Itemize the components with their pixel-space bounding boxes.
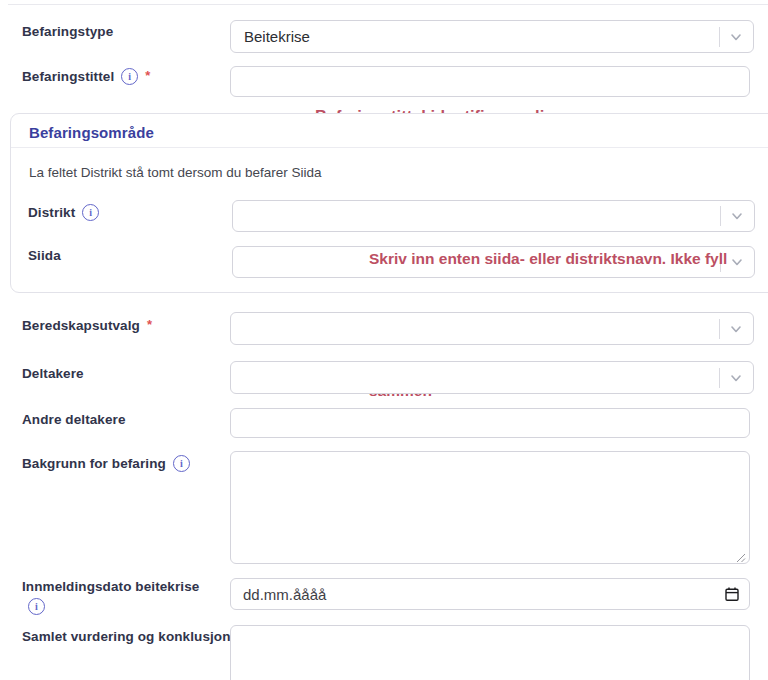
select-separator	[720, 206, 721, 226]
befaringstittel-label: Befaringstittel *	[22, 68, 150, 85]
distrikt-label-text: Distrikt	[28, 205, 75, 220]
siida-select[interactable]	[232, 246, 755, 278]
section-divider	[11, 147, 768, 148]
andre-deltakere-label: Andre deltakere	[22, 412, 126, 427]
beredskapsutvalg-label-text: Beredskapsutvalg	[22, 318, 140, 333]
distrikt-hint-text: La feltet Distrikt stå tomt dersom du be…	[29, 165, 322, 180]
andre-deltakere-label-text: Andre deltakere	[22, 412, 126, 427]
samlet-vurdering-textarea[interactable]	[230, 625, 750, 680]
deltakere-label: Deltakere	[22, 366, 84, 381]
select-separator	[719, 27, 720, 47]
calendar-icon[interactable]	[723, 585, 741, 603]
info-icon[interactable]	[173, 455, 190, 472]
chevron-down-icon	[728, 29, 744, 45]
deltakere-select[interactable]	[230, 361, 754, 394]
samlet-vurdering-label: Samlet vurdering og konklusjon	[22, 629, 231, 644]
befaringstype-selected-value: Beitekrise	[231, 28, 753, 45]
info-icon[interactable]	[121, 68, 138, 85]
befaringstype-label: Befaringstype	[22, 24, 113, 39]
top-divider	[8, 4, 768, 5]
befaringstype-select[interactable]: Beitekrise	[230, 20, 754, 53]
bakgrunn-label-text: Bakgrunn for befaring	[22, 456, 166, 471]
siida-label-text: Siida	[28, 248, 61, 263]
befaringstype-label-text: Befaringstype	[22, 24, 113, 39]
befaringstittel-label-text: Befaringstittel	[22, 69, 114, 84]
chevron-down-icon	[729, 254, 745, 270]
chevron-down-icon	[729, 208, 745, 224]
innmeldingsdato-label: Innmeldingsdato beitekrise	[22, 579, 199, 594]
required-asterisk: *	[145, 68, 150, 83]
beredskapsutvalg-label: Beredskapsutvalg *	[22, 318, 152, 333]
bakgrunn-textarea[interactable]	[230, 451, 750, 564]
innmeldingsdato-field	[230, 578, 750, 610]
required-asterisk: *	[147, 317, 152, 332]
bakgrunn-label: Bakgrunn for befaring	[22, 455, 190, 472]
chevron-down-icon	[728, 321, 744, 337]
distrikt-select[interactable]	[232, 200, 755, 232]
befaring-form-page: Befaringstype Beitekrise Befaringstittel…	[0, 0, 768, 680]
samlet-vurdering-label-text: Samlet vurdering og konklusjon	[22, 629, 231, 644]
innmeldingsdato-date-input[interactable]	[230, 578, 750, 610]
befaringstittel-input[interactable]	[230, 66, 750, 97]
innmeldingsdato-label-text: Innmeldingsdato beitekrise	[22, 579, 199, 594]
select-separator	[719, 319, 720, 339]
deltakere-label-text: Deltakere	[22, 366, 84, 381]
chevron-down-icon	[728, 370, 744, 386]
siida-label: Siida	[28, 248, 61, 263]
info-icon[interactable]	[28, 598, 45, 615]
beredskapsutvalg-select[interactable]	[230, 312, 754, 345]
select-separator	[719, 368, 720, 388]
distrikt-label: Distrikt	[28, 204, 99, 221]
select-separator	[720, 252, 721, 272]
andre-deltakere-input[interactable]	[230, 408, 750, 438]
resize-grip-icon[interactable]	[735, 549, 746, 560]
info-icon[interactable]	[82, 204, 99, 221]
befaringsomrade-title: Befaringsområde	[29, 124, 154, 141]
innmeldingsdato-info	[28, 598, 45, 615]
